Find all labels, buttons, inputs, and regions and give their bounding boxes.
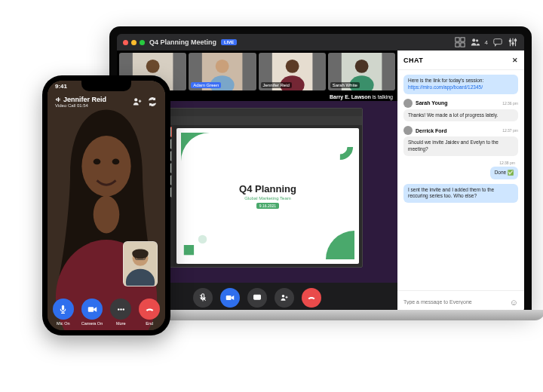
participant-thumb[interactable]: Jennifer Reid (259, 53, 326, 90)
more-button[interactable] (110, 299, 131, 320)
chat-link[interactable]: https://miro.com/app/board/12345/ (408, 84, 483, 90)
chat-sender: Derrick Ford (416, 128, 447, 133)
chat-message: Sarah Young 12:36 pm Thanks! We made a l… (403, 99, 518, 122)
presentation-titlebar (152, 109, 363, 116)
phone-notch (81, 81, 131, 91)
end-call-button[interactable] (139, 299, 160, 320)
chat-icon[interactable] (492, 37, 503, 47)
camera-button[interactable] (220, 288, 240, 308)
mic-button[interactable] (53, 299, 74, 320)
svg-point-20 (285, 60, 299, 73)
meeting-title: Q4 Planning Meeting (149, 38, 216, 46)
chat-messages[interactable]: Here is the link for today's session: ht… (397, 70, 524, 290)
svg-rect-0 (455, 38, 459, 41)
status-time: 9:41 (55, 83, 67, 90)
mute-button[interactable] (193, 288, 213, 308)
grid-view-icon[interactable] (455, 37, 465, 47)
svg-point-45 (118, 308, 119, 310)
call-status: Video Call 01:54 (55, 103, 106, 108)
svg-point-14 (146, 60, 160, 73)
chat-heading: CHAT (403, 57, 423, 64)
settings-sliders-icon[interactable] (508, 37, 518, 47)
control-label: End (146, 321, 153, 326)
close-window-icon[interactable] (123, 40, 128, 45)
primary-video[interactable] (48, 81, 165, 330)
participant-name-label: Sarah White (330, 82, 360, 88)
svg-point-35 (112, 159, 120, 165)
svg-point-17 (216, 60, 229, 73)
self-view-pip[interactable] (123, 241, 158, 286)
talking-suffix: is talking (371, 94, 393, 100)
participant-thumb[interactable]: Sarah White (328, 53, 395, 90)
live-badge: LIVE (221, 39, 237, 45)
svg-rect-26 (183, 245, 193, 255)
presentation-body: Q4 Planning Global Marketing Team 9.16.2… (152, 125, 363, 266)
maximize-window-icon[interactable] (140, 40, 145, 45)
current-slide: Q4 Planning Global Marketing Team 9.16.2… (176, 128, 360, 263)
chat-message: Derrick Ford 12:37 pm Should we invite J… (403, 126, 518, 156)
svg-rect-44 (87, 307, 93, 312)
svg-point-11 (512, 43, 514, 44)
slide-title: Q4 Planning (239, 183, 296, 194)
chat-bubble: Thanks! We made a lot of progress lately… (403, 109, 518, 122)
presentation-ribbon (152, 116, 363, 125)
emoji-icon[interactable]: ☺ (510, 298, 518, 307)
chat-input[interactable] (403, 299, 505, 305)
meeting-app-window: Q4 Planning Meeting LIVE 4 (117, 34, 524, 313)
app-titlebar: Q4 Planning Meeting LIVE 4 (117, 34, 524, 51)
call-header: Jennifer Reid Video Call 01:54 (48, 96, 165, 108)
slide-date: 9.16.2021 (256, 203, 279, 209)
svg-point-34 (94, 159, 101, 165)
participant-thumb[interactable]: Adam Green (189, 53, 256, 90)
chat-timestamp: 12:37 pm (502, 128, 518, 133)
chat-message: 12:38 pm Done ✅ (403, 161, 518, 179)
chat-timestamp: 12:38 pm (499, 161, 515, 165)
participant-name-label: Jennifer Reid (261, 82, 292, 88)
svg-point-25 (330, 137, 351, 158)
svg-rect-2 (455, 43, 459, 47)
add-participant-icon[interactable] (132, 96, 143, 107)
svg-point-47 (122, 308, 124, 310)
end-call-button[interactable] (302, 288, 321, 308)
close-icon[interactable]: ✕ (512, 57, 519, 64)
participant-count: 4 (485, 39, 488, 46)
svg-rect-3 (460, 43, 464, 47)
svg-point-31 (282, 295, 285, 298)
svg-point-10 (509, 40, 511, 41)
chat-bubble: Should we invite Jaidev and Evelyn to th… (403, 136, 518, 156)
swap-camera-icon[interactable] (147, 96, 158, 107)
chat-timestamp: 12:36 pm (502, 101, 518, 106)
camera-button[interactable] (81, 299, 103, 320)
presentation-window[interactable]: Q4 Planning Global Marketing Team 9.16.2… (152, 108, 364, 267)
phone-call-controls: Mic On Camera On More End (48, 299, 165, 326)
chat-bubble: I sent the invite and I added them to th… (403, 184, 518, 204)
chat-header: CHAT ✕ (397, 51, 524, 70)
chat-message: I sent the invite and I added them to th… (403, 184, 518, 204)
svg-rect-6 (494, 39, 502, 44)
chat-text: Here is the link for today's session: (408, 78, 483, 83)
minimize-window-icon[interactable] (131, 40, 137, 45)
svg-point-23 (354, 60, 368, 73)
add-participant-button[interactable] (275, 288, 294, 308)
phone-screen: 9:41 Jennifer Reid Video Call 01:54 (48, 81, 165, 330)
svg-point-5 (476, 39, 478, 41)
window-traffic-lights[interactable] (123, 40, 145, 45)
share-screen-button[interactable] (247, 288, 267, 308)
talking-name: Barry E. Lawson (330, 94, 371, 100)
svg-point-27 (198, 234, 206, 243)
svg-rect-1 (460, 38, 464, 41)
avatar (403, 126, 413, 135)
svg-point-4 (472, 38, 475, 41)
app-body: Adam Green Jennifer Reid Sarah White (117, 51, 524, 313)
svg-point-33 (81, 136, 130, 197)
svg-point-46 (120, 308, 121, 310)
svg-point-12 (514, 39, 516, 41)
phone-device: 9:41 Jennifer Reid Video Call 01:54 (42, 75, 170, 335)
control-label: Camera On (81, 321, 103, 326)
participants-icon[interactable] (470, 37, 480, 47)
chat-bubble: Here is the link for today's session: ht… (403, 75, 518, 94)
laptop-screen: Q4 Planning Meeting LIVE 4 (109, 26, 532, 313)
avatar (403, 99, 413, 108)
chat-bubble: Done ✅ (490, 167, 518, 179)
caller-name: Jennifer Reid (55, 96, 106, 103)
